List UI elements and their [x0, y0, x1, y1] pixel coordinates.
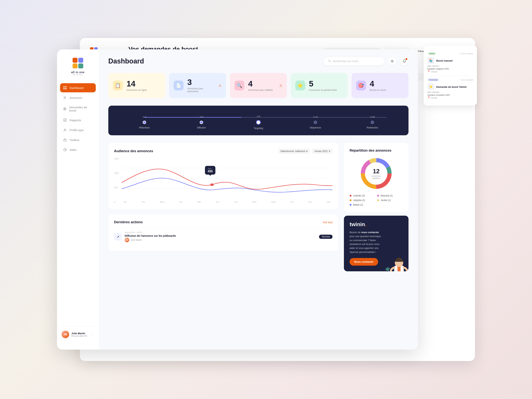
svg-point-45	[398, 262, 399, 263]
stat-label-5: Annonces se portant bien	[309, 89, 337, 91]
timeline-step-4: J+15 Séquences	[287, 116, 344, 129]
sidebar-item-demandes[interactable]: Demandes de boost	[60, 103, 96, 115]
legend-jooble: Jooble (1)	[377, 199, 403, 202]
audience-chart-card: Audience des annonces Sélectionner Jobbo…	[108, 143, 338, 209]
sidebar-rapports-label: Rapports	[70, 119, 81, 122]
settings-btn[interactable]	[388, 57, 396, 65]
legend-label-bebee: Bebee (2)	[353, 203, 363, 206]
year-select-label: Année 2021	[314, 150, 328, 152]
sidebar-item-toolbox[interactable]: Toolbox	[60, 135, 96, 144]
search-icon-main	[328, 59, 331, 63]
warning-icon-1: ⚠	[218, 83, 222, 88]
repartition-title: Répartition des annonces	[350, 149, 403, 152]
rp-role-2: Vendeur conseiller (H/F)	[428, 94, 473, 96]
legend-jobijoba: Jobijoba (3)	[350, 199, 375, 202]
rp-days-1: 7 jours restant	[460, 52, 473, 55]
more-menu-icon[interactable]: ⋯	[91, 333, 94, 336]
svg-point-18	[64, 129, 66, 130]
stat-card-boost-en-cours: 🎯 4 Boost en cours	[352, 73, 408, 98]
step-label-j1: J+1	[142, 116, 146, 118]
rp-title-2: Demande de boost Twinin	[436, 86, 467, 88]
stat-label-14: Annonces en ligne	[127, 89, 147, 91]
user-info: Julie Martin Responsable RH	[71, 332, 89, 337]
tooltip-month: Juin	[208, 167, 213, 170]
chart-title: Audience des annonces	[114, 149, 153, 153]
twinin-brand: twinin.	[350, 221, 403, 228]
rapports-icon	[63, 118, 67, 122]
stat-icon-peu-visibles: 🔍	[234, 81, 244, 90]
chevron-jobboard: ▾	[306, 150, 308, 152]
stat-icon-boost: 🎯	[356, 81, 366, 90]
sidebar-annonces-label: Annonces	[70, 96, 82, 99]
sidebar-item-profils[interactable]: Profils type	[60, 125, 96, 134]
profils-icon	[63, 128, 67, 132]
stat-number-4-purple: 4	[370, 80, 386, 88]
jobboard-select[interactable]: Sélectionner Jobboard ▾	[278, 149, 310, 154]
donut-label: annonces publiées	[368, 175, 385, 179]
notifications-btn[interactable]	[400, 57, 408, 65]
main-content: Dashboard Rechercher sur l'outil...	[99, 49, 418, 350]
topbar-actions	[388, 57, 408, 65]
step-label-j30: J+30	[370, 116, 375, 118]
sidebar-item-annonces[interactable]: Annonces	[60, 93, 96, 102]
logo-sub: by twinin	[73, 74, 83, 76]
action-content-1: Aujourd'hui - 08:49 Diffusion de l'annon…	[125, 231, 316, 242]
chart-x-labels: Jan Fév Mars Avr Mai Juin Juil Août Sept	[122, 201, 332, 203]
sidebar-aides-label: Aides	[70, 148, 77, 152]
timeline-step-1: J+1 Réécriture	[116, 116, 173, 129]
sidebar-footer: JM Julie Martin Responsable RH ⋯	[57, 327, 99, 342]
rp-item-2: Terminée 0 jour restant ⭐ Demande de boo…	[428, 76, 473, 102]
logo-text: all in one	[71, 71, 85, 74]
rp-badge-valide: Validé	[428, 52, 436, 55]
timeline-step-3: J+6 Targeting	[230, 115, 287, 130]
rp-badge-termine: Terminée	[428, 78, 439, 81]
sidebar-profils-label: Profils type	[70, 128, 84, 132]
svg-rect-6	[73, 63, 77, 68]
actions-header: Dernières actions Voir tout	[114, 220, 332, 224]
chevron-year: ▾	[329, 150, 330, 152]
rp-days-2: 0 jour restant	[461, 79, 473, 81]
nous-contacter-btn[interactable]: Nous contacter	[350, 258, 378, 266]
action-badge-1: Terminé	[319, 235, 332, 239]
chart-wrapper: 1500 1000 500 0	[114, 158, 332, 203]
voir-tout-btn[interactable]: Voir tout	[323, 221, 332, 224]
svg-point-16	[64, 108, 65, 109]
svg-line-23	[330, 62, 331, 62]
twinin-dot: .	[365, 221, 367, 227]
chart-tooltip: Juin 495	[205, 166, 215, 175]
toolbox-icon	[63, 138, 67, 142]
year-select[interactable]: Année 2021 ▾	[312, 149, 332, 154]
action-item-1: ↗ Aujourd'hui - 08:49 Diffusion de l'ann…	[114, 228, 332, 245]
sidebar-item-aides[interactable]: ? Aides	[60, 145, 96, 154]
donut-number: 12	[368, 168, 385, 175]
aides-icon: ?	[63, 148, 67, 152]
user-role: Responsable RH	[71, 335, 89, 337]
sidebar-item-dashboard[interactable]: Dashboard	[60, 83, 96, 92]
step-dot-2	[200, 121, 203, 124]
rp-icon-2: ⭐	[428, 83, 434, 90]
legend-dot-metajob	[377, 195, 379, 197]
svg-rect-17	[64, 119, 66, 121]
svg-rect-11	[65, 88, 66, 89]
right-panel: Validé 7 jours restant 🏪 Boost manuel RÉ…	[424, 46, 477, 105]
dashboard-icon	[63, 86, 67, 90]
legend-metajob: MetaJob (2)	[377, 194, 403, 197]
action-avatar-1: JM	[125, 238, 129, 242]
step-dot-4	[314, 121, 317, 124]
donut-center: 12 annonces publiées	[368, 168, 385, 179]
legend-bebee: Bebee (2)	[350, 203, 375, 206]
rp-ref-1: RÉF 094701	[428, 65, 473, 67]
legend-grid: Linkedin (3) MetaJob (2) Jobijoba (3)	[350, 194, 403, 206]
search-bar[interactable]: Rechercher sur l'outil...	[323, 57, 384, 65]
chart-y-labels: 1500 1000 500 0	[114, 158, 119, 203]
timeline-step-2: J+3 Diffusion	[173, 116, 230, 129]
legend-dot-linkedin	[350, 195, 352, 197]
sidebar-item-rapports[interactable]: Rapports	[60, 115, 96, 125]
chart-svg	[122, 158, 332, 199]
stat-card-peu-attractives: 📄 3 Annonces peu attractives ⚠	[169, 73, 226, 98]
step-name-4: Séquences	[310, 126, 321, 129]
action-icon-1: ↗	[114, 233, 122, 241]
legend-dot-bebee	[350, 204, 352, 206]
stat-label-4-purple: Boost en cours	[370, 89, 386, 91]
topbar: Dashboard Rechercher sur l'outil...	[108, 57, 408, 65]
